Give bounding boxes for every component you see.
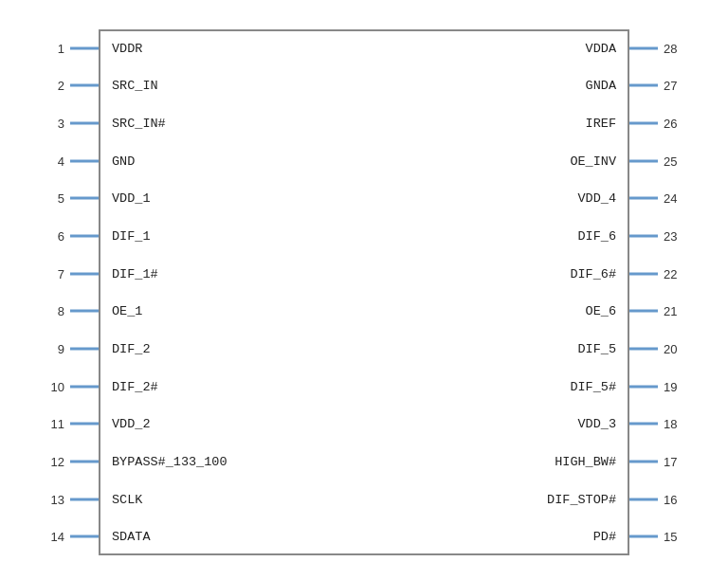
pin-number-left-14: 14	[44, 530, 64, 544]
pin-label-left-6: DIF_1	[112, 229, 151, 244]
pin-label-right-20: DIF_5	[577, 341, 616, 355]
pin-stub-left-6	[70, 235, 99, 238]
pin-number-left-12: 12	[44, 454, 64, 468]
pin-number-right-23: 23	[664, 229, 684, 244]
pin-number-right-17: 17	[664, 454, 684, 468]
pin-label-right-21: OE_6	[586, 304, 616, 318]
pin-stub-right-16	[629, 498, 658, 500]
pin-stub-left-10	[70, 385, 99, 388]
pin-number-left-6: 6	[44, 229, 64, 244]
pin-number-left-13: 13	[44, 492, 64, 506]
pin-stub-left-7	[70, 272, 99, 275]
pin-label-right-27: GNDA	[586, 79, 616, 93]
pin-number-left-3: 3	[44, 117, 64, 131]
pin-label-left-7: DIF_1#	[112, 266, 158, 281]
pin-label-right-16: DIF_STOP#	[547, 492, 616, 506]
pin-stub-right-27	[629, 84, 658, 87]
pin-stub-right-26	[629, 122, 658, 125]
pin-stub-right-23	[629, 235, 658, 238]
pin-label-left-11: VDD_2	[112, 417, 151, 431]
pin-number-left-9: 9	[44, 341, 64, 355]
pin-stub-right-22	[629, 272, 658, 275]
pin-label-right-28: VDDA	[586, 41, 616, 55]
pin-number-left-1: 1	[44, 41, 64, 55]
pin-label-left-13: SCLK	[112, 492, 142, 506]
pin-stub-right-21	[629, 310, 658, 313]
pin-label-right-26: IREF	[586, 117, 616, 131]
pin-stub-left-14	[70, 535, 99, 538]
pin-stub-right-25	[629, 159, 658, 162]
pin-number-right-22: 22	[664, 266, 684, 281]
pin-number-left-11: 11	[44, 417, 64, 431]
pin-stub-right-28	[629, 46, 658, 49]
pin-number-left-7: 7	[44, 266, 64, 281]
pin-label-right-24: VDD_4	[577, 191, 616, 206]
pin-label-left-9: DIF_2	[112, 341, 151, 355]
pin-label-left-2: SRC_IN	[112, 79, 158, 93]
pin-stub-left-2	[70, 84, 99, 87]
pin-stub-right-17	[629, 460, 658, 462]
pin-stub-left-4	[70, 159, 99, 162]
pin-label-left-4: GND	[112, 154, 135, 168]
pin-stub-left-12	[70, 460, 99, 462]
pin-stub-left-9	[70, 347, 99, 350]
pin-label-left-8: OE_1	[112, 304, 142, 318]
chip-diagram: 1VDDR2SRC_IN3SRC_IN#4GND5VDD_16DIF_17DIF…	[23, 10, 705, 570]
labels-container: 1VDDR2SRC_IN3SRC_IN#4GND5VDD_16DIF_17DIF…	[99, 29, 629, 555]
pin-label-right-19: DIF_5#	[570, 379, 616, 393]
pin-label-left-5: VDD_1	[112, 191, 151, 206]
pin-stub-left-8	[70, 310, 99, 313]
pin-stub-left-3	[70, 122, 99, 125]
pin-number-left-8: 8	[44, 304, 64, 318]
pin-number-left-2: 2	[44, 79, 64, 93]
pin-number-right-25: 25	[664, 154, 684, 168]
pin-label-right-17: HIGH_BW#	[555, 454, 616, 468]
pin-label-right-23: DIF_6	[577, 229, 616, 244]
pin-label-left-10: DIF_2#	[112, 379, 158, 393]
pin-number-right-28: 28	[664, 41, 684, 55]
pin-number-right-16: 16	[664, 492, 684, 506]
pin-stub-left-11	[70, 423, 99, 426]
pin-label-right-18: VDD_3	[577, 417, 616, 431]
pin-label-left-14: SDATA	[112, 530, 151, 544]
pin-label-right-22: DIF_6#	[570, 266, 616, 281]
pin-stub-right-15	[629, 535, 658, 538]
pin-number-left-5: 5	[44, 191, 64, 206]
pin-number-right-24: 24	[664, 191, 684, 206]
pin-label-left-3: SRC_IN#	[112, 117, 166, 131]
pin-stub-left-1	[70, 46, 99, 49]
pin-stub-left-5	[70, 197, 99, 200]
pin-number-right-26: 26	[664, 117, 684, 131]
pin-number-right-15: 15	[664, 530, 684, 544]
pin-label-right-15: PD#	[593, 530, 616, 544]
pin-number-right-20: 20	[664, 341, 684, 355]
pin-stub-left-13	[70, 498, 99, 500]
pin-number-right-27: 27	[664, 79, 684, 93]
pin-label-right-25: OE_INV	[570, 154, 616, 168]
pin-number-right-19: 19	[664, 379, 684, 393]
pin-number-left-10: 10	[44, 379, 64, 393]
pin-number-left-4: 4	[44, 154, 64, 168]
pin-label-left-1: VDDR	[112, 41, 142, 55]
pin-stub-right-20	[629, 347, 658, 350]
pin-number-right-21: 21	[664, 304, 684, 318]
pin-stub-right-18	[629, 423, 658, 426]
pin-stub-right-19	[629, 385, 658, 388]
pin-stub-right-24	[629, 197, 658, 200]
pin-number-right-18: 18	[664, 417, 684, 431]
pin-label-left-12: BYPASS#_133_100	[112, 454, 228, 468]
